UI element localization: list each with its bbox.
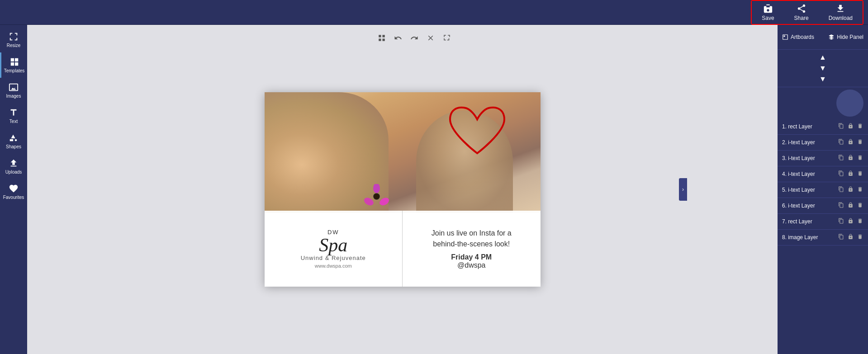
main-area: Resize Templates Images Text Shapes <box>0 25 868 354</box>
right-join-text: Join us live on Insta for a behind-the-s… <box>432 228 512 250</box>
redo-button[interactable] <box>408 32 421 44</box>
canvas-area[interactable]: DW Spa Unwind & Rejuvenate www.dwspa.com… <box>27 25 778 354</box>
layers-list: 1. rect Layer 2. i-text Layer <box>778 119 868 354</box>
layer-delete-button[interactable] <box>857 123 863 131</box>
layer-lock-button[interactable] <box>847 154 854 162</box>
sidebar-item-uploads[interactable]: Uploads <box>0 154 27 179</box>
right-time: Friday 4 PM <box>451 253 492 261</box>
layer-item[interactable]: 3. i-text Layer <box>778 151 868 166</box>
layer-item[interactable]: 1. rect Layer <box>778 119 868 135</box>
svg-point-4 <box>373 184 380 193</box>
layer-lock-button[interactable] <box>847 202 854 210</box>
layer-lock-button[interactable] <box>847 138 854 146</box>
avatar-area <box>778 87 868 119</box>
fullscreen-button[interactable] <box>441 32 453 44</box>
layer-copy-button[interactable] <box>838 186 844 194</box>
delete-icon <box>857 234 863 240</box>
layer-delete-button[interactable] <box>857 170 863 178</box>
layer-delete-button[interactable] <box>857 202 863 210</box>
avatar <box>836 90 863 117</box>
layer-actions <box>838 202 863 210</box>
layer-name: 4. i-text Layer <box>782 171 838 177</box>
text-label: Text <box>9 119 18 124</box>
heart-drawing <box>441 99 513 162</box>
download-icon <box>835 4 845 14</box>
templates-icon <box>9 57 19 67</box>
layer-item[interactable]: 8. image Layer <box>778 230 868 245</box>
copy-icon <box>838 139 844 145</box>
delete-icon <box>857 202 863 208</box>
download-button[interactable]: Download <box>819 1 863 24</box>
copy-icon <box>838 186 844 192</box>
top-toolbar: Save Share Download <box>0 0 868 25</box>
nav-mid-button[interactable]: ▼ <box>780 63 866 74</box>
sidebar-item-templates[interactable]: Templates <box>0 52 27 78</box>
nav-down-button[interactable]: ▼ <box>780 74 866 85</box>
close-canvas-button[interactable] <box>424 32 437 44</box>
layer-item[interactable]: 4. i-text Layer <box>778 166 868 182</box>
layer-copy-button[interactable] <box>838 154 844 162</box>
layer-delete-button[interactable] <box>857 154 863 162</box>
layer-copy-button[interactable] <box>838 138 844 146</box>
layer-copy-button[interactable] <box>838 170 844 178</box>
layer-lock-button[interactable] <box>847 123 854 131</box>
layer-copy-button[interactable] <box>838 123 844 131</box>
spa-tagline: Unwind & Rejuvenate <box>301 255 366 261</box>
right-handle: @dwspa <box>457 261 486 269</box>
lock-icon <box>848 218 854 224</box>
copy-icon <box>838 123 844 129</box>
copy-icon <box>838 202 844 208</box>
layer-name: 1. rect Layer <box>782 123 838 130</box>
layer-copy-button[interactable] <box>838 217 844 226</box>
sidebar-item-text[interactable]: Text <box>0 103 27 128</box>
expand-panel-button[interactable]: › <box>679 178 687 201</box>
sidebar-item-resize[interactable]: Resize <box>0 27 27 52</box>
shapes-label: Shapes <box>6 144 21 149</box>
toolbar-actions: Save Share Download <box>751 0 863 25</box>
layer-lock-button[interactable] <box>847 233 854 241</box>
lock-icon <box>848 155 854 160</box>
layer-delete-button[interactable] <box>857 138 863 146</box>
share-button[interactable]: Share <box>784 1 819 24</box>
sidebar-item-images[interactable]: Images <box>0 78 27 103</box>
design-bottom-section: DW Spa Unwind & Rejuvenate www.dwspa.com… <box>265 211 541 287</box>
sidebar-item-shapes[interactable]: Shapes <box>0 128 27 154</box>
uploads-icon <box>9 158 19 168</box>
layer-lock-button[interactable] <box>847 217 854 226</box>
templates-label: Templates <box>4 68 25 73</box>
layer-delete-button[interactable] <box>857 186 863 194</box>
layer-lock-button[interactable] <box>847 170 854 178</box>
layer-lock-button[interactable] <box>847 186 854 194</box>
layer-delete-button[interactable] <box>857 217 863 226</box>
layer-copy-button[interactable] <box>838 202 844 210</box>
layer-item[interactable]: 2. i-text Layer <box>778 135 868 151</box>
hide-panel-button[interactable]: Hide Panel <box>828 34 863 40</box>
layer-item[interactable]: 7. rect Layer <box>778 214 868 230</box>
layer-actions <box>838 217 863 226</box>
artboards-button[interactable]: Artboards <box>782 34 814 40</box>
lock-icon <box>848 123 854 129</box>
design-card[interactable]: DW Spa Unwind & Rejuvenate www.dwspa.com… <box>265 92 541 287</box>
layer-item[interactable]: 5. i-text Layer <box>778 182 868 198</box>
nav-up-button[interactable]: ▲ <box>780 52 866 63</box>
spa-url: www.dwspa.com <box>315 263 352 269</box>
right-panel: Artboards Hide Panel ▲ ▼ ▼ 1. rect Layer <box>778 25 868 354</box>
copy-icon <box>838 170 844 176</box>
delete-icon <box>857 123 863 129</box>
save-button[interactable]: Save <box>752 1 784 24</box>
undo-icon <box>394 34 402 42</box>
layer-item[interactable]: 6. i-text Layer <box>778 198 868 214</box>
layer-copy-button[interactable] <box>838 233 844 241</box>
grid-button[interactable] <box>375 32 388 44</box>
delete-icon <box>857 139 863 145</box>
layer-delete-button[interactable] <box>857 233 863 241</box>
sidebar-item-favourites[interactable]: Favourites <box>0 179 27 204</box>
delete-icon <box>857 218 863 224</box>
undo-button[interactable] <box>392 32 404 44</box>
share-icon <box>797 4 806 14</box>
canvas-controls <box>375 32 453 44</box>
svg-point-7 <box>374 194 379 199</box>
svg-point-5 <box>378 196 389 207</box>
layer-name: 8. image Layer <box>782 234 838 241</box>
copy-icon <box>838 234 844 240</box>
